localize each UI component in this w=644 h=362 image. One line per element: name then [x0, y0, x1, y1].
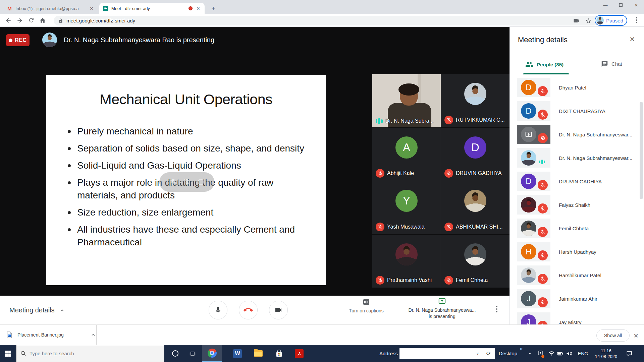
more-options-icon[interactable] [496, 306, 497, 312]
mic-off-badge [444, 276, 453, 285]
show-all-downloads-button[interactable]: Show all [596, 329, 630, 342]
address-dropdown-icon[interactable]: ˅ [473, 352, 482, 356]
present-icon [437, 297, 447, 305]
window-maximize-button[interactable] [613, 0, 629, 10]
video-tile[interactable]: DDRUVIN GADHIYA [441, 128, 509, 181]
action-center-icon[interactable] [623, 345, 636, 362]
address-go-icon[interactable]: ⟳ [482, 348, 495, 359]
participant-thumbnail [517, 195, 550, 215]
video-tile[interactable]: Femil Chheta [441, 235, 509, 288]
volume-icon[interactable] [564, 345, 574, 362]
participant-row[interactable]: JJaiminkumar Ahir [510, 287, 644, 310]
back-icon[interactable] [3, 15, 14, 25]
download-item[interactable]: Placement-Banner.jpg [5, 328, 96, 342]
downloads-close-icon[interactable]: ✕ [632, 332, 640, 340]
mic-off-badge [444, 116, 453, 124]
reload-icon[interactable] [25, 15, 37, 25]
hangup-button[interactable] [239, 301, 258, 319]
new-tab-button[interactable]: + [209, 4, 218, 13]
video-tile[interactable]: RUTVIKKUMAR C... [441, 74, 509, 127]
participant-row[interactable]: Femil Chheta [510, 217, 644, 240]
video-tile[interactable]: YYash Musawala [372, 181, 441, 234]
video-tile[interactable]: AAbhijit Kale [372, 128, 441, 181]
participant-name: Dhyan Patel [559, 85, 586, 90]
profile-paused-button[interactable]: Paused [595, 15, 627, 26]
language-indicator[interactable]: ENG [576, 345, 590, 362]
participant-name: Dr. N. Naga Subrahmanyeswar... [559, 132, 632, 137]
tile-label: Abhijit Kale [376, 169, 439, 178]
battery-icon[interactable] [555, 345, 565, 362]
download-menu-chevron-icon[interactable] [91, 332, 96, 338]
address-bar[interactable]: meet.google.com/dfz-smei-ady [54, 16, 599, 25]
taskbar-explorer-button[interactable] [250, 345, 266, 362]
participant-avatar: H [521, 244, 536, 259]
participant-name: RUTVIKKUMAR C... [456, 117, 505, 123]
participant-row[interactable]: Faiyaz Shaikh [510, 193, 644, 217]
meeting-details-panel: Meeting details ✕ People (85) Chat DDhya… [509, 27, 644, 324]
tab-close-icon[interactable]: ✕ [195, 5, 201, 11]
panel-close-icon[interactable]: ✕ [628, 35, 637, 44]
window-minimize-button[interactable]: — [598, 0, 613, 10]
mute-icon[interactable] [183, 178, 191, 186]
microphone-button[interactable] [209, 301, 227, 319]
taskbar-clock[interactable]: 11:16 14-08-2020 [593, 345, 619, 362]
participant-row[interactable]: DDRUVIN GADHIYA [510, 170, 644, 193]
meeting-details-toggle[interactable]: Meeting details [9, 306, 65, 314]
participant-thumbnail: D [517, 78, 550, 97]
presenting-button[interactable]: Dr. N. Naga Subrahmanyeswa... is present… [402, 297, 482, 320]
profile-status-label: Paused [606, 18, 623, 23]
tab-capture-icon[interactable] [573, 17, 580, 24]
camera-button[interactable] [269, 301, 288, 319]
panel-scrollbar[interactable] [640, 102, 643, 199]
taskbar-chrome-button[interactable] [202, 345, 222, 362]
address-toolbar: ˅ ⟳ [399, 348, 495, 359]
address-input[interactable] [399, 351, 473, 356]
tile-label: ABHIKUMAR SHI... [444, 223, 508, 231]
recording-label: REC [15, 37, 26, 43]
participant-avatar [521, 150, 536, 166]
tab-people[interactable]: People (85) [525, 60, 564, 68]
taskbar-acrobat-button[interactable] [291, 345, 307, 362]
tab-gmail[interactable]: M Inbox (1) - jigesh.mehta@ppsu.a ✕ [3, 3, 98, 14]
participant-row[interactable]: HHarsh Upadhyay [510, 240, 644, 263]
task-view-button[interactable] [184, 345, 201, 362]
participant-row[interactable]: DDIXIT CHAURASIYA [510, 99, 644, 123]
gmail-icon: M [7, 6, 12, 11]
participant-avatar: A [395, 136, 418, 159]
lock-icon [58, 18, 63, 23]
tab-close-icon[interactable]: ✕ [89, 5, 95, 11]
video-tile[interactable]: Dr. N. Naga Subra... [372, 74, 441, 127]
participant-row[interactable]: Dr. N. Naga Subrahmanyeswar... [510, 146, 644, 170]
participant-avatar: Y [395, 190, 418, 212]
tray-app-icon[interactable] [535, 345, 545, 362]
taskbar-search[interactable] [16, 345, 164, 362]
participant-row[interactable]: DDhyan Patel [510, 76, 644, 99]
speaking-indicator [539, 160, 545, 164]
tile-label: Femil Chheta [444, 276, 508, 285]
tray-expand-icon[interactable] [525, 345, 535, 362]
participant-row[interactable]: JJay Mistry [510, 310, 644, 324]
remove-icon[interactable] [197, 178, 205, 186]
video-tile[interactable]: ABHIKUMAR SHI... [441, 181, 509, 234]
bookmark-star-icon[interactable] [585, 17, 592, 24]
wifi-icon[interactable] [547, 345, 556, 362]
taskbar-word-button[interactable]: W [229, 345, 246, 362]
tab-chat[interactable]: Chat [601, 60, 622, 67]
pin-icon[interactable] [169, 178, 176, 186]
forward-icon[interactable] [14, 15, 25, 25]
presenting-suffix: is presenting [429, 313, 455, 320]
captions-button[interactable]: Turn on captions [343, 298, 390, 313]
browser-menu-icon[interactable] [633, 16, 640, 24]
taskbar-store-button[interactable] [271, 345, 287, 362]
home-icon[interactable] [37, 15, 48, 25]
cortana-button[interactable] [167, 345, 183, 362]
search-input[interactable] [30, 351, 150, 356]
participant-row[interactable]: Dr. N. Naga Subrahmanyeswar... [510, 123, 644, 146]
video-tile[interactable]: Prathamsinh Vashi [372, 235, 441, 288]
window-close-button[interactable]: ✕ [629, 0, 644, 10]
toolbar-overflow-icon[interactable]: » [520, 346, 522, 351]
mic-off-badge [376, 223, 384, 231]
participant-row[interactable]: Harshilkumar Patel [510, 263, 644, 287]
start-button[interactable] [0, 345, 16, 362]
tab-meet[interactable]: Meet - dfz-smei-ady ✕ [99, 3, 205, 14]
